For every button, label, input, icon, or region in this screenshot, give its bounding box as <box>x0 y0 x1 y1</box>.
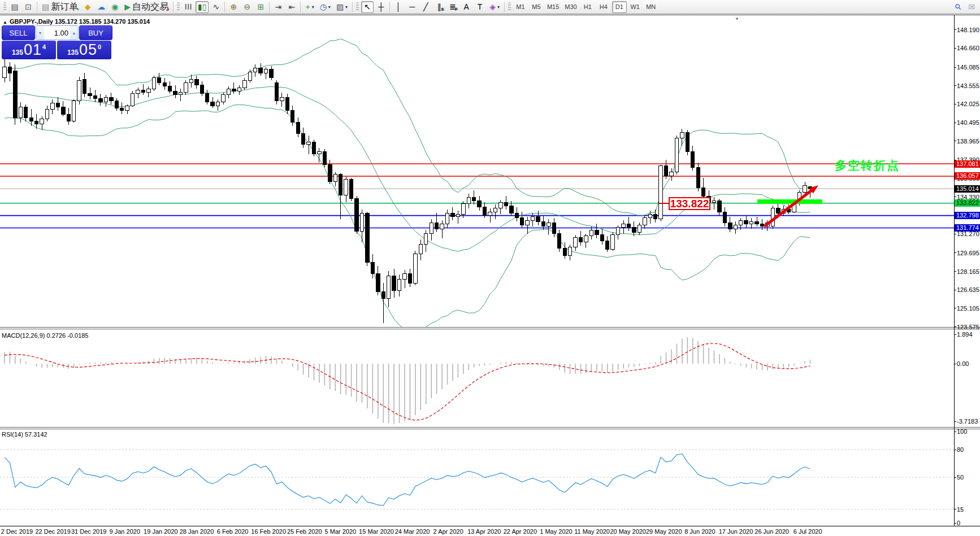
horizontal-line-icon: ─ <box>409 3 415 11</box>
date-axis-label: 22 Dec 2019 <box>35 528 70 535</box>
date-axis-label: 26 Jun 2020 <box>754 528 789 535</box>
price-axis-label: 140.495 <box>957 119 979 126</box>
timeframe-m5-button[interactable]: M5 <box>529 1 544 13</box>
chat-icon: ✉ <box>968 3 975 11</box>
metaeditor-icon: ◆ <box>85 3 91 11</box>
sell-button[interactable]: SELL <box>2 25 35 40</box>
equidistant-channel-icon: ∥ <box>437 3 441 11</box>
market-watch-icon[interactable]: ▤ <box>8 1 21 13</box>
fibonacci-icon[interactable]: ≣F <box>446 1 459 13</box>
mt4-window: ▤⊡▤+新订单◆☁◉▶●自动交易☰▮▯∿⊕⊖⊞⇥⇤+▾◷▾▨▾↖┼│─╱∥E≣F… <box>0 0 980 536</box>
horizontal-line-icon[interactable]: ─ <box>406 1 418 13</box>
signals-icon[interactable]: ◉ <box>109 1 121 13</box>
tile-windows-icon[interactable]: ⊞ <box>254 1 267 13</box>
toolbar-grip[interactable] <box>3 2 6 11</box>
candlestick-chart-icon[interactable]: ▮▯ <box>196 1 209 13</box>
sell-price-sup: 4 <box>42 43 46 50</box>
search-icon[interactable]: ⚲ <box>952 1 964 13</box>
main-toolbar: ▤⊡▤+新订单◆☁◉▶●自动交易☰▮▯∿⊕⊖⊞⇥⇤+▾◷▾▨▾↖┼│─╱∥E≣F… <box>0 0 980 14</box>
sell-price-big: 01 <box>24 41 42 59</box>
autotrading-button[interactable]: ▶●自动交易 <box>122 1 171 13</box>
zoom-out-icon: ⊖ <box>244 3 251 11</box>
text-icon[interactable]: A <box>460 1 472 13</box>
timeframe-d1-button[interactable]: D1 <box>612 1 627 13</box>
timeframe-h4-button[interactable]: H4 <box>596 1 611 13</box>
vertical-line-icon[interactable]: │ <box>392 1 405 13</box>
date-axis-label: 5 Mar 2020 <box>325 528 357 535</box>
timeframe-m1-button[interactable]: M1 <box>513 1 528 13</box>
new-order-button[interactable]: ▤+新订单 <box>40 1 80 13</box>
sell-price-display[interactable]: 135 01 4 <box>2 41 56 59</box>
line-chart-icon: ∿ <box>213 3 220 11</box>
timeframe-m30-button[interactable]: M30 <box>562 1 579 13</box>
text-label-icon[interactable]: T <box>474 1 486 13</box>
indicators-icon[interactable]: +▾ <box>303 1 316 13</box>
toolbar-right-group: ⚲✉ <box>951 1 978 13</box>
buy-price-prefix: 135 <box>67 49 79 56</box>
toolbar-separator <box>504 2 505 12</box>
equidistant-channel-icon-overlay: E <box>441 7 444 12</box>
volume-decrease-button[interactable]: ▼ <box>36 26 44 40</box>
tile-windows-icon: ⊞ <box>258 3 264 11</box>
crosshair-icon[interactable]: ┼ <box>375 1 387 13</box>
candlestick-chart-icon: ▮▯ <box>198 3 206 11</box>
collapse-arrow-icon[interactable]: ▲ <box>3 20 7 25</box>
buy-button[interactable]: BUY <box>79 25 112 40</box>
new-order-button: ▤ <box>42 3 49 11</box>
chart-title: ▲GBPJPY-,Daily 135.172 135.185 134.270 1… <box>3 18 150 25</box>
templates-icon[interactable]: ▨▾ <box>334 1 350 13</box>
date-axis-label: 17 Jun 2020 <box>719 528 753 535</box>
zoom-in-icon[interactable]: ⊕ <box>227 1 240 13</box>
equidistant-channel-icon[interactable]: ∥E <box>433 1 445 13</box>
fibonacci-icon-overlay: F <box>455 7 458 12</box>
chart-shift-icon: ⇤ <box>289 3 296 11</box>
cursor-icon[interactable]: ↖ <box>361 1 374 13</box>
price-axis-label: 125.105 <box>957 305 979 312</box>
timeframe-m15-button[interactable]: M15 <box>545 1 561 13</box>
line-chart-icon[interactable]: ∿ <box>210 1 222 13</box>
autotrading-button-label: 自动交易 <box>132 1 168 13</box>
data-window-icon: ⊡ <box>25 3 32 11</box>
timeframe-h1-button[interactable]: H1 <box>580 1 595 13</box>
macd-axis-label: 0.00 <box>957 360 969 367</box>
community-icon[interactable]: ☁ <box>95 1 107 13</box>
buy-price-display[interactable]: 135 05 0 <box>57 41 111 59</box>
cursor-icon: ↖ <box>364 3 371 11</box>
data-window-icon[interactable]: ⊡ <box>22 1 34 13</box>
chart-dropdown-arrow-icon[interactable]: ▼ <box>735 16 739 21</box>
toolbar-grip[interactable] <box>177 2 180 11</box>
price-axis-label: 131.270 <box>957 230 979 237</box>
chart-shift-icon[interactable]: ⇤ <box>285 1 298 13</box>
rsi-axis-label: 100 <box>957 428 967 435</box>
date-axis-label: 15 Mar 2020 <box>359 528 394 535</box>
timeframe-w1-button[interactable]: W1 <box>628 1 643 13</box>
metaeditor-icon[interactable]: ◆ <box>81 1 94 13</box>
buy-price-sup: 0 <box>98 43 101 50</box>
auto-scroll-icon[interactable]: ⇥ <box>272 1 284 13</box>
price-axis-label: 145.085 <box>957 64 979 71</box>
date-axis-label: 24 Mar 2020 <box>395 528 430 535</box>
toolbar-grip[interactable] <box>356 2 359 11</box>
date-axis-label: 2 Dec 2019 <box>1 528 33 535</box>
date-axis-label: 9 Jan 2020 <box>110 528 140 535</box>
bars-chart-icon[interactable]: ☰ <box>182 1 194 13</box>
one-click-trading-panel: SELL ▼ ▲ BUY 135 01 4 135 05 0 <box>2 25 111 59</box>
volume-increase-button[interactable]: ▲ <box>70 26 78 40</box>
price-tag: 137.081 <box>955 160 980 168</box>
volume-input[interactable] <box>44 26 70 40</box>
toolbar-grip[interactable] <box>508 2 511 11</box>
price-tag: 135.014 <box>955 185 980 193</box>
timeframe-mn-button[interactable]: MN <box>644 1 658 13</box>
rsi-axis-label: 15 <box>957 506 964 513</box>
chart-window: ▲GBPJPY-,Daily 135.172 135.185 134.270 1… <box>0 15 980 536</box>
chart-canvas[interactable] <box>0 15 980 536</box>
dropdown-caret-icon: ▾ <box>345 5 348 10</box>
date-axis-label: 8 Jun 2020 <box>684 528 715 535</box>
arrows-icon[interactable]: ◈▾ <box>487 1 502 13</box>
zoom-out-icon[interactable]: ⊖ <box>241 1 253 13</box>
date-axis-label: 11 May 2020 <box>574 528 610 535</box>
chat-icon[interactable]: ✉ <box>965 1 978 13</box>
periods-icon[interactable]: ◷▾ <box>318 1 333 13</box>
macd-indicator-label: MACD(12,26,9) 0.2726 -0.0185 <box>2 332 88 339</box>
trendline-icon[interactable]: ╱ <box>419 1 432 13</box>
